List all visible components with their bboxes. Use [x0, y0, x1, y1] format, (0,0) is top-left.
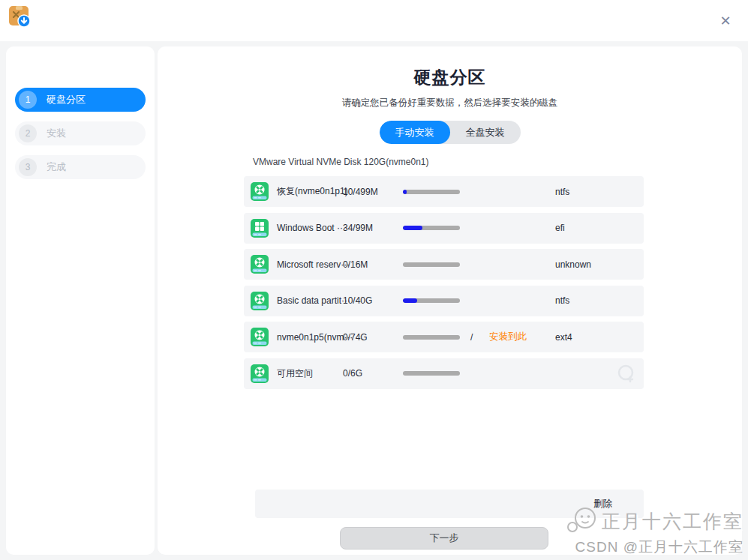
sidebar: 1硬盘分区2安装3完成 — [6, 46, 155, 555]
usage-bar-fill — [403, 226, 422, 230]
partition-size: 0/16M — [343, 259, 403, 270]
partition-usage-bar — [403, 226, 460, 230]
close-icon[interactable]: ✕ — [716, 12, 734, 30]
filesystem-type: ntfs — [555, 295, 636, 306]
filesystem-type: unknown — [555, 259, 636, 270]
drive-partition-icon — [250, 181, 269, 202]
drive-partition-icon — [250, 364, 269, 384]
partition-usage-bar — [403, 335, 460, 340]
usage-bar-fill — [403, 298, 417, 303]
partition-usage-bar — [403, 371, 460, 376]
usage-bar-fill — [403, 190, 407, 194]
step-number-badge: 1 — [19, 91, 37, 109]
partition-row[interactable]: Windows Boot ···34/99Mefi — [244, 213, 644, 244]
page-title: 硬盘分区 — [158, 66, 742, 89]
delete-button[interactable]: 删除 — [593, 498, 612, 511]
partition-usage-bar — [403, 298, 460, 303]
partition-row[interactable]: 恢复(nvme0n1p1)10/499Mntfs — [244, 176, 644, 207]
install-here-label[interactable]: 安装到此 — [489, 331, 555, 343]
partition-usage-bar — [403, 262, 460, 267]
windows-partition-icon — [250, 218, 269, 238]
partition-list: 恢复(nvme0n1p1)10/499Mntfs Windows Boot ··… — [244, 176, 644, 389]
step-label: 安装 — [47, 127, 66, 140]
partition-usage-zone — [403, 335, 470, 340]
drive-partition-icon — [250, 291, 269, 311]
step-number-badge: 2 — [19, 124, 37, 142]
partition-name: 恢复(nvme0n1p1) — [277, 185, 343, 198]
step-number-badge: 3 — [19, 158, 37, 176]
step-list: 1硬盘分区2安装3完成 — [6, 46, 155, 179]
add-partition-icon[interactable] — [617, 364, 636, 383]
partition-size: 10/40G — [343, 295, 403, 306]
filesystem-type: ext4 — [555, 332, 636, 343]
sidebar-step: 2安装 — [15, 121, 146, 145]
partition-row[interactable]: Basic data partit···10/40Gntfs — [244, 286, 644, 316]
partition-usage-zone — [403, 298, 470, 303]
partition-size: 10/499M — [343, 187, 403, 197]
partition-name: Microsoft reserv··· — [277, 259, 343, 270]
drive-partition-icon — [250, 327, 269, 347]
delete-bar: 删除 — [255, 490, 644, 518]
step-label: 完成 — [47, 160, 66, 174]
titlebar: ✕ — [0, 0, 748, 41]
partition-usage-zone — [403, 190, 470, 194]
partition-usage-zone — [403, 371, 470, 376]
filesystem-type: efi — [555, 223, 636, 233]
partition-usage-bar — [403, 190, 460, 194]
disk-label: VMware Virtual NVMe Disk 120G(nvme0n1) — [253, 157, 429, 167]
partition-name: Basic data partit··· — [277, 295, 343, 306]
subtitle: 请确定您已备份好重要数据，然后选择要安装的磁盘 — [158, 97, 742, 109]
mode-tab[interactable]: 手动安装 — [380, 121, 450, 144]
partition-row[interactable]: Microsoft reserv···0/16Munknown — [244, 249, 644, 280]
sidebar-step: 3完成 — [15, 155, 146, 179]
partition-size: 34/99M — [343, 223, 403, 233]
next-button[interactable]: 下一步 — [340, 527, 548, 550]
drive-partition-icon — [250, 254, 269, 274]
partition-size: 0/6G — [343, 368, 403, 379]
partition-usage-zone — [403, 262, 470, 267]
partition-usage-zone — [403, 226, 470, 230]
sidebar-step: 1硬盘分区 — [15, 88, 146, 112]
step-label: 硬盘分区 — [47, 93, 86, 106]
partition-name: Windows Boot ··· — [277, 223, 343, 233]
mode-tab[interactable]: 全盘安装 — [450, 121, 521, 144]
partition-size: 0/74G — [343, 332, 403, 343]
installer-app-icon — [8, 4, 32, 29]
install-mode-toggle: 手动安装全盘安装 — [380, 121, 521, 144]
partition-name: nvme0n1p5(nvm··· — [277, 332, 343, 343]
partition-row[interactable]: nvme0n1p5(nvm···0/74G/安装到此ext4 — [244, 322, 644, 352]
partition-row[interactable]: 可用空间0/6G — [244, 358, 644, 389]
main-panel: 硬盘分区 请确定您已备份好重要数据，然后选择要安装的磁盘 手动安装全盘安装 VM… — [158, 46, 742, 555]
mount-point: / — [470, 332, 489, 343]
installer-window: ✕ 1硬盘分区2安装3完成 硬盘分区 请确定您已备份好重要数据，然后选择要安装的… — [0, 0, 748, 560]
partition-name: 可用空间 — [277, 367, 343, 380]
filesystem-type: ntfs — [555, 187, 636, 197]
